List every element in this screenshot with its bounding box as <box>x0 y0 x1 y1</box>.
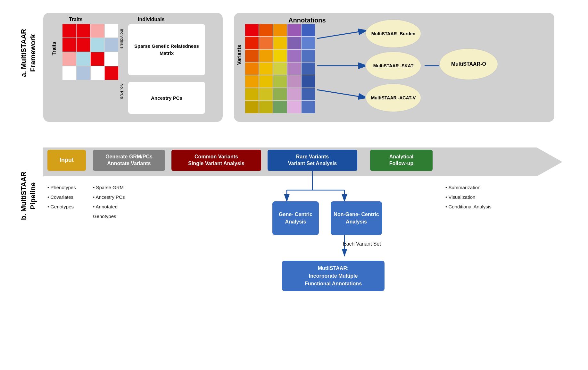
h-2-2 <box>273 50 287 62</box>
svg-line-1 <box>317 30 367 38</box>
h-4-2 <box>273 75 287 88</box>
pipeline-step-grm: Generate GRM/PCs Annotate Variants <box>93 150 165 171</box>
oval-burden: MultiSTAAR -Burden <box>365 19 421 48</box>
cell-3-3 <box>105 66 118 80</box>
h-0-3 <box>287 24 301 36</box>
h-5-1 <box>259 88 273 100</box>
oval-acatv: MultiSTAAR -ACAT-V <box>365 83 421 112</box>
cell-1-3 <box>105 38 118 52</box>
h-1-3 <box>287 37 301 49</box>
h-3-2 <box>273 63 287 75</box>
h-5-0 <box>245 88 259 100</box>
h-0-1 <box>259 24 273 36</box>
cell-2-0 <box>62 52 76 66</box>
oval-multistaar-o: MultiSTAAR-O <box>439 48 498 80</box>
h-2-3 <box>287 50 301 62</box>
cell-0-2 <box>91 24 104 38</box>
panel-a: a. MultiSTAAR Framework Individuals Trai… <box>19 10 570 131</box>
annotations-panel: Annotations Variants <box>234 13 554 122</box>
h-1-0 <box>245 37 259 49</box>
section-label-b: b. MultiSTAAR Pipeline <box>19 172 37 220</box>
traits-v-label: Traits <box>51 42 57 55</box>
cell-1-1 <box>77 38 90 52</box>
h-3-3 <box>287 63 301 75</box>
bullet-phenotypes: Phenotypes <box>47 183 76 192</box>
h-1-2 <box>273 37 287 49</box>
cell-3-0 <box>62 66 76 80</box>
cell-0-1 <box>77 24 90 38</box>
bullet-summarization: Summarization <box>445 183 492 192</box>
multistaar-box: MutliSTAAR: Incorporate Multiple Functio… <box>282 261 385 291</box>
h-4-4 <box>302 75 315 88</box>
bullet-conditional: Conditional Analysis <box>445 202 492 212</box>
bullet-sparse-grm: Sparse GRM <box>93 183 125 192</box>
non-gene-centric-box: Non-Gene- Centric Analysis <box>331 201 382 235</box>
cell-0-3 <box>105 24 118 38</box>
oval-skat: MultiSTAAR -SKAT <box>365 51 421 80</box>
cell-2-3 <box>105 52 118 66</box>
h-4-0 <box>245 75 259 88</box>
h-5-4 <box>302 88 315 100</box>
pipeline-step-followup: Analytical Follow-up <box>370 150 433 171</box>
annotations-arrows-svg <box>316 13 550 122</box>
h-5-2 <box>273 88 287 100</box>
h-0-4 <box>302 24 315 36</box>
bullet-ancestry-pcs: Ancestry PCs <box>93 192 125 202</box>
h-2-1 <box>259 50 273 62</box>
h-4-1 <box>259 75 273 88</box>
section-label-a: a. MultiSTAAR Framework <box>19 29 37 77</box>
cell-2-2 <box>91 52 104 66</box>
panel-b: b. MultiSTAAR Pipeline Input Generate GR… <box>19 146 580 367</box>
each-variant-set-label: Each Variant Set <box>343 240 381 248</box>
individuals-h-label: Individuals <box>138 17 165 22</box>
cell-2-1 <box>77 52 90 66</box>
h-2-4 <box>302 50 315 62</box>
bullet-list-col1: Phenotypes Covariates Genotypes <box>47 183 76 212</box>
h-4-3 <box>287 75 301 88</box>
pipeline-step-input: Input <box>47 150 86 171</box>
h-3-0 <box>245 63 259 75</box>
cell-1-0 <box>62 38 76 52</box>
bullet-visualization: Visualization <box>445 192 492 202</box>
h-1-4 <box>302 37 315 49</box>
variants-v-label: Variants <box>236 45 242 65</box>
cell-1-2 <box>91 38 104 52</box>
h-0-2 <box>273 24 287 36</box>
sparse-grm-box: Sparse Genetic Relatedness Matrix <box>128 24 205 75</box>
pipeline-step-common: Common Variants Single Variant Analysis <box>171 150 261 171</box>
cell-3-1 <box>77 66 90 80</box>
h-0-0 <box>245 24 259 36</box>
cell-0-0 <box>62 24 76 38</box>
bullet-list-col3: Summarization Visualization Conditional … <box>445 183 492 212</box>
bullet-annotated: Annotated Genotypes <box>93 202 125 221</box>
pipeline-step-rare: Rare Variants Variant Set Analysis <box>268 150 357 171</box>
bullet-list-col2: Sparse GRM Ancestry PCs Annotated Genoty… <box>93 183 125 221</box>
h-6-1 <box>259 101 273 113</box>
no-pcs-label: No. PCs <box>120 83 124 99</box>
heatmap <box>245 24 316 114</box>
matrix-grid <box>62 24 118 80</box>
bullet-covariates: Covariates <box>47 192 76 202</box>
ancestry-pcs-box: Ancestry PCs <box>128 82 205 114</box>
bullet-genotypes: Genotypes <box>47 202 76 212</box>
cell-3-2 <box>91 66 104 80</box>
framework-box: Individuals Traits Traits Individuals <box>43 13 223 122</box>
h-6-4 <box>302 101 315 113</box>
gene-centric-box: Gene- Centric Analysis <box>272 201 319 235</box>
h-6-2 <box>273 101 287 113</box>
h-5-3 <box>287 88 301 100</box>
h-3-4 <box>302 63 315 75</box>
individuals-v-label: Individuals <box>120 29 124 48</box>
h-1-1 <box>259 37 273 49</box>
svg-line-3 <box>317 90 367 98</box>
h-2-0 <box>245 50 259 62</box>
h-6-3 <box>287 101 301 113</box>
h-3-1 <box>259 63 273 75</box>
h-6-0 <box>245 101 259 113</box>
traits-h-label: Traits <box>69 17 83 22</box>
